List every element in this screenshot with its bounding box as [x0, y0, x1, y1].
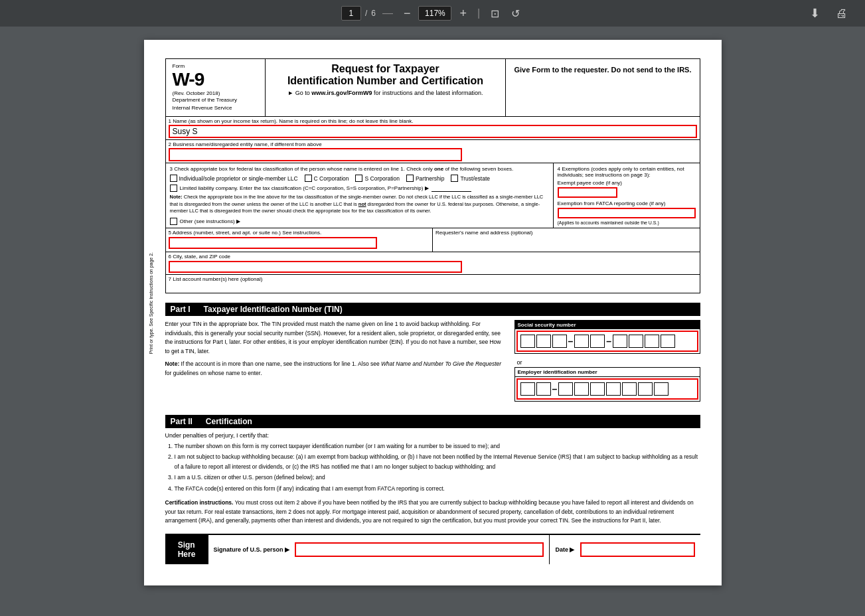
ssn-cell-4[interactable] — [574, 335, 589, 348]
zoom-input[interactable] — [418, 6, 451, 21]
cert-list: The number shown on this form is my corr… — [175, 441, 700, 493]
line6-label: 6 City, state, and ZIP code — [166, 252, 700, 260]
ein-box: Employer identification number – — [514, 367, 700, 402]
trust-checkbox-label[interactable]: Trust/estate — [451, 175, 490, 182]
ssn-cell-7[interactable] — [629, 335, 643, 348]
toolbar-actions: ⬇ 🖨 — [806, 3, 852, 23]
form-header: Form W-9 (Rev. October 2018) Department … — [165, 58, 700, 117]
exempt-payee-input[interactable] — [558, 187, 617, 198]
ssn-cell-5[interactable] — [590, 335, 605, 348]
ssn-cell-8[interactable] — [645, 335, 659, 348]
trust-label: Trust/estate — [460, 175, 490, 182]
llc-row: Limited liability company. Enter the tax… — [170, 185, 549, 192]
ssn-dash-1: – — [568, 336, 574, 346]
ein-cell-4[interactable] — [574, 382, 589, 396]
line5-left: 5 Address (number, street, and apt. or s… — [166, 228, 433, 252]
toolbar: / 6 — − + | ⊡ ↺ ⬇ 🖨 — [0, 0, 865, 27]
c-corp-checkbox-label[interactable]: C Corporation — [305, 175, 349, 182]
part1-title: Taxpayer Identification Number (TIN) — [204, 305, 343, 314]
s-corp-checkbox[interactable] — [355, 175, 362, 182]
cert-item-3: I am a U.S. citizen or other U.S. person… — [175, 473, 700, 482]
sign-label: SignHere — [165, 535, 208, 564]
form-name: W-9 — [173, 69, 258, 90]
form-title: Request for Taxpayer — [272, 63, 499, 75]
tax-class-main: 3 Check appropriate box for federal tax … — [166, 163, 554, 228]
c-corp-label: C Corporation — [314, 175, 349, 182]
cert-section: Under penalties of perjury, I certify th… — [165, 432, 700, 526]
other-row: Other (see instructions) ▶ — [170, 218, 549, 225]
ein-cell-1[interactable] — [520, 382, 535, 396]
line7-label: 7 List account number(s) here (optional) — [166, 275, 700, 282]
requester-label: Requester's name and address (optional) — [435, 230, 697, 236]
line6-row: 6 City, state, and ZIP code — [166, 252, 700, 275]
part1-number: Part I — [171, 305, 191, 314]
s-corp-checkbox-label[interactable]: S Corporation — [355, 175, 399, 182]
tin-body: Enter your TIN in the appropriate box. T… — [165, 320, 504, 356]
sep1: — — [382, 7, 393, 19]
form-header-center: Request for Taxpayer Identification Numb… — [266, 59, 507, 116]
form-header-right: Give Form to the requester. Do not send … — [506, 59, 699, 116]
line2-label: 2 Business name/disregarded entity name,… — [166, 140, 700, 147]
fit-page-button[interactable]: ⊡ — [487, 5, 503, 23]
ein-cell-6[interactable] — [606, 382, 621, 396]
trust-checkbox[interactable] — [451, 175, 458, 182]
document: Print or type. See Specific Instructions… — [144, 40, 722, 585]
download-button[interactable]: ⬇ — [806, 3, 824, 23]
sign-row: SignHere Signature of U.S. person ▶ Date… — [165, 534, 700, 564]
ssn-box: Social security number – – — [514, 320, 700, 354]
line1-section: 1 Name (as shown on your income tax retu… — [165, 117, 700, 293]
pdf-container: Print or type. See Specific Instructions… — [0, 27, 865, 612]
exempt-payee-label: Exempt payee code (if any) — [558, 180, 696, 186]
ind-checkbox[interactable] — [170, 175, 177, 182]
ssn-cell-6[interactable] — [613, 335, 627, 348]
page-separator: / — [365, 9, 367, 18]
line2-input[interactable] — [169, 148, 462, 161]
fatca-input[interactable] — [558, 208, 696, 218]
line6-input[interactable] — [169, 261, 462, 273]
ein-cell-3[interactable] — [558, 382, 573, 396]
line2-row: 2 Business name/disregarded entity name,… — [166, 140, 700, 163]
zoom-in-button[interactable]: + — [455, 4, 471, 23]
signature-input[interactable] — [295, 542, 544, 557]
other-checkbox[interactable] — [170, 218, 177, 225]
ein-cell-9[interactable] — [654, 382, 668, 396]
ein-cell-7[interactable] — [622, 382, 637, 396]
tax-class-right: 4 Exemptions (codes apply only to certai… — [554, 163, 700, 228]
sep2: | — [477, 7, 480, 19]
ein-cell-5[interactable] — [590, 382, 605, 396]
c-corp-checkbox[interactable] — [305, 175, 312, 182]
ssn-cell-1[interactable] — [520, 335, 535, 348]
ssn-cell-2[interactable] — [536, 335, 551, 348]
llc-checkbox[interactable] — [170, 185, 177, 192]
zoom-out-button[interactable]: − — [400, 4, 415, 23]
ind-checkbox-label[interactable]: Individual/sole proprietor or single-mem… — [170, 175, 298, 182]
print-button[interactable]: 🖨 — [832, 3, 852, 23]
cert-item-2: I am not subject to backup withholding b… — [175, 452, 700, 471]
cert-item-4: The FATCA code(s) entered on this form (… — [175, 484, 700, 493]
tin-note-text: Note: If the account is in more than one… — [165, 360, 504, 378]
cert-under: Under penalties of perjury, I certify th… — [165, 432, 700, 439]
llc-input[interactable] — [432, 185, 471, 192]
line5-input[interactable] — [169, 237, 378, 249]
line1-input[interactable] — [169, 125, 697, 138]
cert-instructions: Certification instructions. You must cro… — [165, 499, 700, 526]
tax-class-boxes: Individual/sole proprietor or single-mem… — [170, 175, 549, 182]
form-label: Form — [173, 63, 258, 69]
toolbar-center: / 6 — − + | ⊡ ↺ — [341, 4, 524, 23]
rotate-button[interactable]: ↺ — [507, 5, 524, 23]
line5-label: 5 Address (number, street, and apt. or s… — [169, 230, 430, 236]
page-current-input[interactable] — [341, 6, 361, 21]
page-total: 6 — [371, 9, 376, 18]
or-text: or — [514, 358, 700, 367]
sign-sig-area: Signature of U.S. person ▶ — [208, 535, 550, 564]
ein-cell-8[interactable] — [638, 382, 653, 396]
ein-cell-2[interactable] — [536, 382, 551, 396]
ssn-cell-3[interactable] — [552, 335, 567, 348]
partnership-checkbox[interactable] — [406, 175, 414, 182]
note-text: Note: Check the appropriate box in the l… — [170, 194, 549, 215]
partnership-checkbox-label[interactable]: Partnership — [406, 175, 444, 182]
cert-item-1: The number shown on this form is my corr… — [175, 441, 700, 451]
ssn-fields: – – — [516, 331, 698, 352]
date-input[interactable] — [580, 542, 695, 557]
ssn-cell-9[interactable] — [661, 335, 675, 348]
